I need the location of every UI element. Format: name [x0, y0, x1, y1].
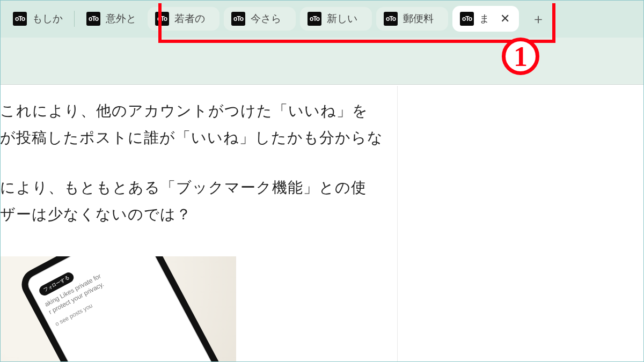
tab-group-item-2[interactable]: oTo 今さら [224, 7, 296, 31]
oto-favicon: oTo [86, 12, 100, 26]
article-image: 📶 🔋 フォローする aking Likes private for r pro… [0, 256, 236, 362]
sidebar-placeholder [397, 86, 644, 362]
tab-group-item-4[interactable]: oTo 郵便料 [376, 7, 448, 31]
article-line: ザーは少なくないのでは？ [0, 206, 192, 223]
tab-group-item-3[interactable]: oTo 新しい [300, 7, 372, 31]
tab-bar: oTo もしかし oTo 意外と oTo 若者の oTo 今さら oTo 新しい… [0, 0, 644, 38]
oto-favicon: oTo [155, 12, 169, 26]
tab-label: 今さら [251, 12, 288, 26]
tab-label: もしかし [32, 12, 62, 26]
tab-active[interactable]: oTo ま ✕ [452, 6, 519, 32]
article-line: により、もともとある「ブックマーク機能」との使 [0, 179, 367, 196]
browser-toolbar [0, 38, 644, 85]
oto-favicon: oTo [460, 12, 474, 26]
new-tab-button[interactable]: ＋ [528, 8, 549, 29]
oto-favicon: oTo [384, 12, 398, 26]
phone-screen-text: aking Likes private for r protect your p… [29, 256, 164, 331]
tab-pinned-2[interactable]: oTo 意外と [79, 7, 143, 31]
tab-label: ま [479, 12, 493, 26]
tab-label: 新しい [327, 12, 364, 26]
tab-group-item-1[interactable]: oTo 若者の [148, 7, 219, 31]
tab-label: 郵便料 [403, 12, 441, 26]
oto-favicon: oTo [13, 12, 27, 26]
oto-favicon: oTo [308, 12, 321, 26]
article-line: が投稿したポストに誰が「いいね」したかも分からな [0, 129, 383, 146]
oto-favicon: oTo [231, 12, 245, 26]
tab-label: 意外と [106, 12, 136, 26]
tab-pinned-1[interactable]: oTo もしかし [5, 7, 70, 31]
tab-label: 若者の [174, 12, 212, 26]
tab-separator [74, 11, 75, 27]
close-icon[interactable]: ✕ [499, 12, 511, 25]
article-line: これにより、他のアカウントがつけた「いいね」を [0, 102, 368, 119]
